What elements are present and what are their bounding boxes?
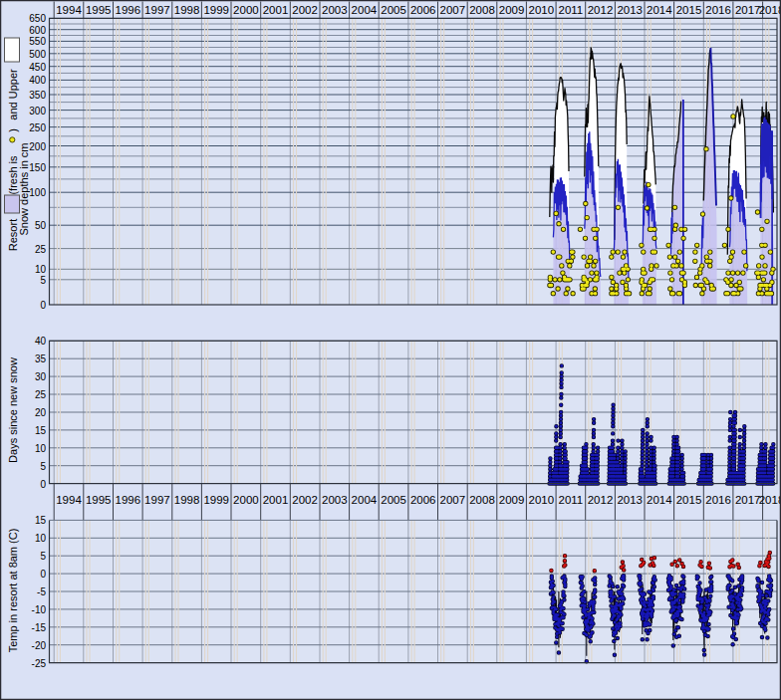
svg-text:5: 5 bbox=[40, 275, 46, 286]
svg-text:1997: 1997 bbox=[144, 4, 170, 16]
svg-text:2010: 2010 bbox=[529, 4, 555, 16]
svg-text:): ) bbox=[7, 128, 19, 132]
svg-text:500: 500 bbox=[29, 49, 46, 60]
svg-text:35: 35 bbox=[35, 353, 47, 364]
svg-text:2006: 2006 bbox=[410, 4, 436, 16]
svg-text:100: 100 bbox=[29, 187, 46, 198]
svg-text:1995: 1995 bbox=[86, 4, 112, 16]
svg-text:250: 250 bbox=[29, 122, 46, 133]
svg-text:550: 550 bbox=[29, 36, 46, 47]
svg-text:50: 50 bbox=[35, 220, 47, 231]
svg-text:2017: 2017 bbox=[735, 494, 761, 506]
svg-text:Days since new snow: Days since new snow bbox=[7, 357, 19, 463]
svg-text:2005: 2005 bbox=[381, 4, 406, 16]
svg-text:2018: 2018 bbox=[759, 4, 781, 16]
svg-text:15: 15 bbox=[35, 515, 47, 526]
svg-text:2009: 2009 bbox=[499, 494, 525, 506]
svg-text:2014: 2014 bbox=[647, 4, 672, 16]
svg-text:450: 450 bbox=[29, 62, 46, 73]
svg-text:2012: 2012 bbox=[588, 494, 614, 506]
svg-text:600: 600 bbox=[29, 25, 46, 36]
svg-text:400: 400 bbox=[29, 75, 46, 86]
svg-text:and Upper: and Upper bbox=[7, 69, 19, 120]
svg-text:1996: 1996 bbox=[116, 4, 141, 16]
svg-text:2010: 2010 bbox=[529, 494, 555, 506]
svg-text:650: 650 bbox=[29, 13, 46, 24]
svg-text:200: 200 bbox=[29, 141, 46, 152]
svg-text:-10: -10 bbox=[32, 604, 47, 615]
svg-text:Temp in resort at 8am (C): Temp in resort at 8am (C) bbox=[7, 529, 19, 653]
svg-text:-25: -25 bbox=[32, 658, 47, 669]
svg-text:2015: 2015 bbox=[676, 494, 702, 506]
svg-text:2011: 2011 bbox=[559, 4, 584, 16]
svg-text:1994: 1994 bbox=[56, 494, 82, 506]
svg-text:-20: -20 bbox=[32, 640, 47, 651]
svg-text:Snow depths in cm: Snow depths in cm bbox=[18, 143, 30, 236]
svg-text:1998: 1998 bbox=[174, 494, 200, 506]
svg-text:1999: 1999 bbox=[203, 494, 229, 506]
svg-text:2017: 2017 bbox=[735, 4, 761, 16]
svg-text:150: 150 bbox=[29, 162, 46, 173]
svg-text:10: 10 bbox=[35, 264, 47, 275]
svg-text:2006: 2006 bbox=[410, 494, 436, 506]
svg-text:2016: 2016 bbox=[705, 4, 731, 16]
svg-text:2004: 2004 bbox=[352, 4, 378, 16]
svg-text:2015: 2015 bbox=[676, 4, 702, 16]
svg-text:1996: 1996 bbox=[116, 494, 141, 506]
svg-text:2007: 2007 bbox=[440, 4, 466, 16]
svg-text:2013: 2013 bbox=[617, 4, 643, 16]
svg-text:2004: 2004 bbox=[352, 494, 378, 506]
svg-text:1998: 1998 bbox=[174, 4, 200, 16]
svg-text:1995: 1995 bbox=[86, 494, 112, 506]
svg-text:2013: 2013 bbox=[617, 494, 643, 506]
svg-text:0: 0 bbox=[40, 300, 46, 311]
svg-text:2005: 2005 bbox=[381, 494, 406, 506]
svg-text:2002: 2002 bbox=[292, 494, 318, 506]
svg-text:2011: 2011 bbox=[559, 494, 584, 506]
svg-text:2002: 2002 bbox=[292, 4, 318, 16]
svg-text:350: 350 bbox=[29, 90, 46, 101]
svg-text:0: 0 bbox=[40, 479, 46, 490]
svg-text:25: 25 bbox=[35, 389, 47, 400]
svg-text:2007: 2007 bbox=[440, 494, 466, 506]
svg-text:10: 10 bbox=[35, 533, 47, 544]
svg-text:10: 10 bbox=[35, 443, 47, 454]
svg-text:0: 0 bbox=[40, 569, 46, 580]
svg-text:40: 40 bbox=[35, 336, 47, 347]
svg-text:2001: 2001 bbox=[263, 4, 289, 16]
svg-text:5: 5 bbox=[40, 551, 46, 562]
svg-text:2018: 2018 bbox=[759, 494, 781, 506]
svg-text:2014: 2014 bbox=[647, 494, 672, 506]
svg-text:2000: 2000 bbox=[233, 494, 259, 506]
svg-text:2001: 2001 bbox=[263, 494, 289, 506]
svg-text:25: 25 bbox=[35, 244, 47, 255]
svg-text:5: 5 bbox=[40, 461, 46, 472]
svg-text:Resort: Resort bbox=[7, 219, 19, 251]
svg-text:2003: 2003 bbox=[322, 4, 348, 16]
svg-text:2016: 2016 bbox=[705, 494, 731, 506]
svg-text:20: 20 bbox=[35, 407, 47, 418]
svg-text:15: 15 bbox=[35, 425, 47, 436]
svg-text:-5: -5 bbox=[37, 586, 46, 597]
svg-text:300: 300 bbox=[29, 106, 46, 117]
svg-text:2012: 2012 bbox=[588, 4, 614, 16]
svg-text:2009: 2009 bbox=[499, 4, 525, 16]
svg-text:1999: 1999 bbox=[203, 4, 229, 16]
svg-text:1997: 1997 bbox=[144, 494, 170, 506]
svg-text:1994: 1994 bbox=[56, 4, 82, 16]
svg-text:2000: 2000 bbox=[233, 4, 259, 16]
svg-text:2008: 2008 bbox=[469, 4, 495, 16]
svg-text:2008: 2008 bbox=[469, 494, 495, 506]
svg-text:30: 30 bbox=[35, 371, 47, 382]
svg-text:2003: 2003 bbox=[322, 494, 348, 506]
svg-text:(fresh is: (fresh is bbox=[7, 155, 19, 195]
svg-text:-15: -15 bbox=[32, 622, 47, 633]
